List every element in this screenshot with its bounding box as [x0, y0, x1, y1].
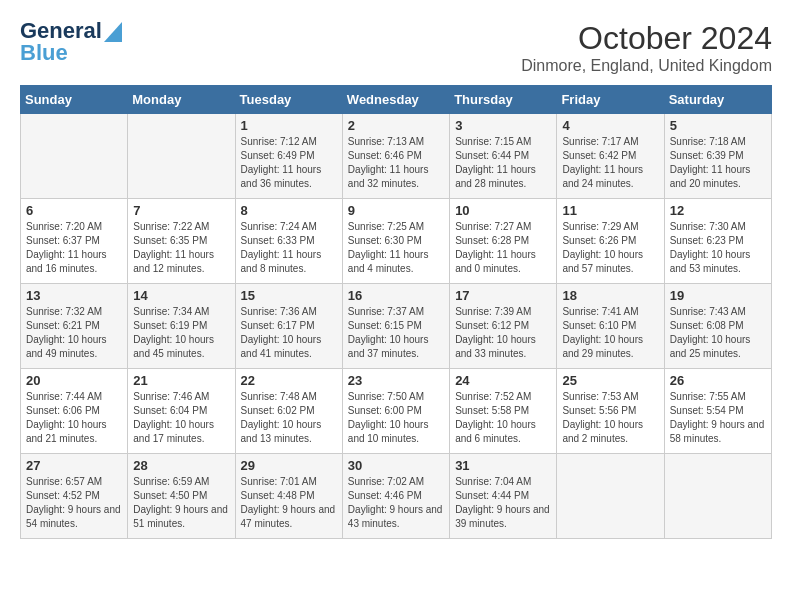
day-number: 23: [348, 373, 444, 388]
calendar-cell: 17Sunrise: 7:39 AM Sunset: 6:12 PM Dayli…: [450, 284, 557, 369]
calendar-cell: [21, 114, 128, 199]
day-number: 25: [562, 373, 658, 388]
calendar-cell: 7Sunrise: 7:22 AM Sunset: 6:35 PM Daylig…: [128, 199, 235, 284]
weekday-header-monday: Monday: [128, 86, 235, 114]
day-info: Sunrise: 7:30 AM Sunset: 6:23 PM Dayligh…: [670, 220, 766, 276]
day-number: 20: [26, 373, 122, 388]
logo: General Blue: [20, 20, 122, 64]
day-number: 31: [455, 458, 551, 473]
calendar-cell: 8Sunrise: 7:24 AM Sunset: 6:33 PM Daylig…: [235, 199, 342, 284]
day-number: 8: [241, 203, 337, 218]
day-info: Sunrise: 7:32 AM Sunset: 6:21 PM Dayligh…: [26, 305, 122, 361]
weekday-header-tuesday: Tuesday: [235, 86, 342, 114]
day-number: 1: [241, 118, 337, 133]
day-number: 16: [348, 288, 444, 303]
day-info: Sunrise: 7:37 AM Sunset: 6:15 PM Dayligh…: [348, 305, 444, 361]
day-info: Sunrise: 7:53 AM Sunset: 5:56 PM Dayligh…: [562, 390, 658, 446]
day-number: 10: [455, 203, 551, 218]
day-info: Sunrise: 7:17 AM Sunset: 6:42 PM Dayligh…: [562, 135, 658, 191]
calendar-cell: 18Sunrise: 7:41 AM Sunset: 6:10 PM Dayli…: [557, 284, 664, 369]
day-number: 21: [133, 373, 229, 388]
calendar-cell: 25Sunrise: 7:53 AM Sunset: 5:56 PM Dayli…: [557, 369, 664, 454]
weekday-header-saturday: Saturday: [664, 86, 771, 114]
calendar-cell: 27Sunrise: 6:57 AM Sunset: 4:52 PM Dayli…: [21, 454, 128, 539]
day-info: Sunrise: 7:29 AM Sunset: 6:26 PM Dayligh…: [562, 220, 658, 276]
calendar-cell: [664, 454, 771, 539]
calendar-cell: 15Sunrise: 7:36 AM Sunset: 6:17 PM Dayli…: [235, 284, 342, 369]
day-info: Sunrise: 7:22 AM Sunset: 6:35 PM Dayligh…: [133, 220, 229, 276]
calendar-cell: 30Sunrise: 7:02 AM Sunset: 4:46 PM Dayli…: [342, 454, 449, 539]
location: Dinmore, England, United Kingdom: [521, 57, 772, 75]
calendar-week-row: 27Sunrise: 6:57 AM Sunset: 4:52 PM Dayli…: [21, 454, 772, 539]
day-number: 17: [455, 288, 551, 303]
day-info: Sunrise: 7:50 AM Sunset: 6:00 PM Dayligh…: [348, 390, 444, 446]
day-info: Sunrise: 7:12 AM Sunset: 6:49 PM Dayligh…: [241, 135, 337, 191]
title-block: October 2024 Dinmore, England, United Ki…: [521, 20, 772, 75]
logo-general: General: [20, 20, 102, 42]
calendar-cell: 20Sunrise: 7:44 AM Sunset: 6:06 PM Dayli…: [21, 369, 128, 454]
calendar-cell: 1Sunrise: 7:12 AM Sunset: 6:49 PM Daylig…: [235, 114, 342, 199]
calendar-cell: 19Sunrise: 7:43 AM Sunset: 6:08 PM Dayli…: [664, 284, 771, 369]
day-info: Sunrise: 7:02 AM Sunset: 4:46 PM Dayligh…: [348, 475, 444, 531]
weekday-header-wednesday: Wednesday: [342, 86, 449, 114]
day-number: 2: [348, 118, 444, 133]
day-info: Sunrise: 7:46 AM Sunset: 6:04 PM Dayligh…: [133, 390, 229, 446]
calendar-cell: [128, 114, 235, 199]
day-number: 9: [348, 203, 444, 218]
day-number: 18: [562, 288, 658, 303]
day-info: Sunrise: 7:34 AM Sunset: 6:19 PM Dayligh…: [133, 305, 229, 361]
calendar-cell: 24Sunrise: 7:52 AM Sunset: 5:58 PM Dayli…: [450, 369, 557, 454]
day-info: Sunrise: 7:13 AM Sunset: 6:46 PM Dayligh…: [348, 135, 444, 191]
day-info: Sunrise: 7:55 AM Sunset: 5:54 PM Dayligh…: [670, 390, 766, 446]
calendar-cell: 4Sunrise: 7:17 AM Sunset: 6:42 PM Daylig…: [557, 114, 664, 199]
day-number: 26: [670, 373, 766, 388]
calendar-cell: 29Sunrise: 7:01 AM Sunset: 4:48 PM Dayli…: [235, 454, 342, 539]
day-info: Sunrise: 7:41 AM Sunset: 6:10 PM Dayligh…: [562, 305, 658, 361]
calendar-body: 1Sunrise: 7:12 AM Sunset: 6:49 PM Daylig…: [21, 114, 772, 539]
day-info: Sunrise: 7:25 AM Sunset: 6:30 PM Dayligh…: [348, 220, 444, 276]
calendar-cell: 22Sunrise: 7:48 AM Sunset: 6:02 PM Dayli…: [235, 369, 342, 454]
day-number: 29: [241, 458, 337, 473]
day-number: 6: [26, 203, 122, 218]
calendar-cell: 12Sunrise: 7:30 AM Sunset: 6:23 PM Dayli…: [664, 199, 771, 284]
weekday-header-thursday: Thursday: [450, 86, 557, 114]
svg-marker-0: [104, 22, 122, 42]
day-info: Sunrise: 7:36 AM Sunset: 6:17 PM Dayligh…: [241, 305, 337, 361]
day-number: 7: [133, 203, 229, 218]
day-info: Sunrise: 7:27 AM Sunset: 6:28 PM Dayligh…: [455, 220, 551, 276]
day-number: 12: [670, 203, 766, 218]
day-number: 13: [26, 288, 122, 303]
calendar-cell: 10Sunrise: 7:27 AM Sunset: 6:28 PM Dayli…: [450, 199, 557, 284]
calendar-week-row: 1Sunrise: 7:12 AM Sunset: 6:49 PM Daylig…: [21, 114, 772, 199]
day-info: Sunrise: 6:57 AM Sunset: 4:52 PM Dayligh…: [26, 475, 122, 531]
calendar-cell: 11Sunrise: 7:29 AM Sunset: 6:26 PM Dayli…: [557, 199, 664, 284]
calendar-cell: 14Sunrise: 7:34 AM Sunset: 6:19 PM Dayli…: [128, 284, 235, 369]
calendar-cell: [557, 454, 664, 539]
calendar-cell: 16Sunrise: 7:37 AM Sunset: 6:15 PM Dayli…: [342, 284, 449, 369]
calendar-cell: 3Sunrise: 7:15 AM Sunset: 6:44 PM Daylig…: [450, 114, 557, 199]
calendar-week-row: 20Sunrise: 7:44 AM Sunset: 6:06 PM Dayli…: [21, 369, 772, 454]
weekday-header-row: SundayMondayTuesdayWednesdayThursdayFrid…: [21, 86, 772, 114]
calendar-cell: 13Sunrise: 7:32 AM Sunset: 6:21 PM Dayli…: [21, 284, 128, 369]
day-number: 15: [241, 288, 337, 303]
day-info: Sunrise: 6:59 AM Sunset: 4:50 PM Dayligh…: [133, 475, 229, 531]
calendar-cell: 2Sunrise: 7:13 AM Sunset: 6:46 PM Daylig…: [342, 114, 449, 199]
day-number: 30: [348, 458, 444, 473]
day-number: 11: [562, 203, 658, 218]
day-info: Sunrise: 7:18 AM Sunset: 6:39 PM Dayligh…: [670, 135, 766, 191]
weekday-header-friday: Friday: [557, 86, 664, 114]
calendar-cell: 9Sunrise: 7:25 AM Sunset: 6:30 PM Daylig…: [342, 199, 449, 284]
day-info: Sunrise: 7:15 AM Sunset: 6:44 PM Dayligh…: [455, 135, 551, 191]
day-info: Sunrise: 7:20 AM Sunset: 6:37 PM Dayligh…: [26, 220, 122, 276]
calendar-week-row: 6Sunrise: 7:20 AM Sunset: 6:37 PM Daylig…: [21, 199, 772, 284]
day-number: 24: [455, 373, 551, 388]
day-number: 28: [133, 458, 229, 473]
day-number: 27: [26, 458, 122, 473]
day-number: 14: [133, 288, 229, 303]
calendar-cell: 6Sunrise: 7:20 AM Sunset: 6:37 PM Daylig…: [21, 199, 128, 284]
day-info: Sunrise: 7:43 AM Sunset: 6:08 PM Dayligh…: [670, 305, 766, 361]
calendar-cell: 28Sunrise: 6:59 AM Sunset: 4:50 PM Dayli…: [128, 454, 235, 539]
day-number: 19: [670, 288, 766, 303]
day-info: Sunrise: 7:44 AM Sunset: 6:06 PM Dayligh…: [26, 390, 122, 446]
day-number: 22: [241, 373, 337, 388]
